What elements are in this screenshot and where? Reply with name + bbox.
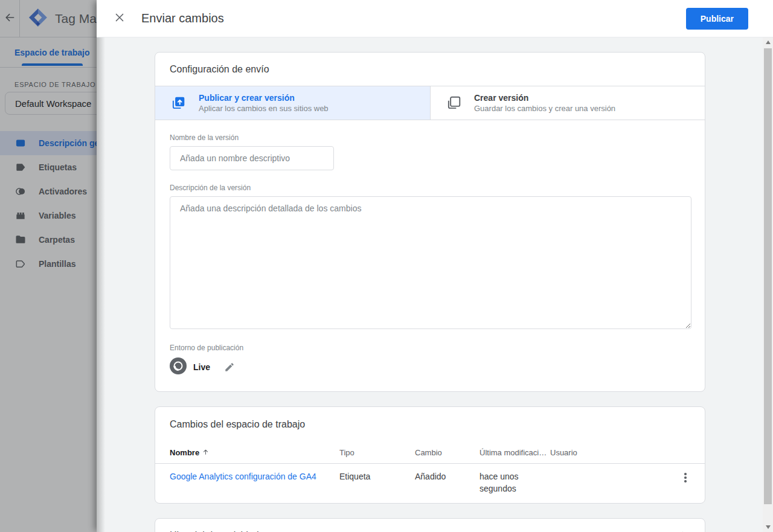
modal-scrim <box>0 0 97 532</box>
option-title: Publicar y crear versión <box>199 93 329 103</box>
environment-globe-icon <box>170 357 187 377</box>
environment-name: Live <box>193 362 210 372</box>
scrollbar-down-arrow[interactable] <box>763 522 773 532</box>
option-subtitle: Guardar los cambios y crear una versión <box>474 104 615 113</box>
change-item-last-modified: hace unos segundos <box>480 470 550 495</box>
dialog-header: Enviar cambios Publicar <box>97 0 773 37</box>
activity-history-card[interactable]: Historial de actividades <box>155 518 705 532</box>
column-header-cambio[interactable]: Cambio <box>415 448 480 457</box>
publish-button[interactable]: Publicar <box>686 8 748 30</box>
activity-history-row: Historial de actividades <box>155 519 705 532</box>
change-item-link[interactable]: Google Analytics configuración de GA4 <box>170 470 339 482</box>
column-header-ultima-modificacion[interactable]: Última modificaci… <box>480 448 550 457</box>
vertical-scrollbar[interactable] <box>763 37 773 532</box>
chevron-right-icon[interactable] <box>678 530 690 532</box>
scrollbar-up-arrow[interactable] <box>763 37 773 47</box>
close-button[interactable] <box>112 11 127 26</box>
environment-label: Entorno de publicación <box>170 344 690 352</box>
environment-row: Live <box>170 357 690 377</box>
column-header-tipo[interactable]: Tipo <box>339 448 415 457</box>
option-text: Publicar y crear versión Aplicar los cam… <box>199 93 329 113</box>
option-text: Crear versión Guardar los cambios y crea… <box>474 93 615 113</box>
change-item-change: Añadido <box>415 470 480 482</box>
dialog-title: Enviar cambios <box>141 11 224 25</box>
scrollbar-thumb[interactable] <box>764 48 772 504</box>
column-header-label: Nombre <box>170 448 199 457</box>
workspace-changes-card: Cambios del espacio de trabajo Nombre Ti… <box>155 406 705 504</box>
edit-environment-icon[interactable] <box>224 362 235 373</box>
option-publicar-y-crear-version[interactable]: Publicar y crear versión Aplicar los cam… <box>155 86 430 120</box>
column-header-usuario[interactable]: Usuario <box>550 448 681 457</box>
workspace-changes-title: Cambios del espacio de trabajo <box>155 407 705 442</box>
option-title: Crear versión <box>474 93 615 103</box>
submission-config-card: Configuración de envío Publicar y crear … <box>155 52 705 392</box>
changes-table-header: Nombre Tipo Cambio Última modificaci… Us… <box>155 442 705 464</box>
version-name-input[interactable] <box>170 146 334 170</box>
gtm-app: Tag Ma Espacio de trabajo ESPACIO DE TRA… <box>0 0 773 532</box>
sort-ascending-icon <box>202 448 210 458</box>
table-row: Google Analytics configuración de GA4 Et… <box>155 464 705 503</box>
option-subtitle: Aplicar los cambios en sus sitios web <box>199 104 329 113</box>
option-crear-version[interactable]: Crear versión Guardar los cambios y crea… <box>430 86 705 120</box>
submission-config-title: Configuración de envío <box>155 53 705 86</box>
version-name-label: Nombre de la versión <box>170 133 690 142</box>
submission-options: Publicar y crear versión Aplicar los cam… <box>155 86 705 120</box>
enviar-cambios-dialog: Enviar cambios Publicar Configuración de… <box>97 0 773 532</box>
publish-version-icon <box>170 95 186 111</box>
create-version-icon <box>446 95 461 111</box>
dialog-body: Configuración de envío Publicar y crear … <box>97 37 773 532</box>
column-header-nombre[interactable]: Nombre <box>170 448 339 458</box>
version-description-textarea[interactable] <box>170 196 691 329</box>
version-form: Nombre de la versión Descripción de la v… <box>155 120 705 391</box>
close-icon <box>113 11 126 27</box>
row-menu-kebab-icon[interactable] <box>681 472 690 484</box>
version-description-label: Descripción de la versión <box>170 184 690 192</box>
change-item-type: Etiqueta <box>339 470 415 482</box>
